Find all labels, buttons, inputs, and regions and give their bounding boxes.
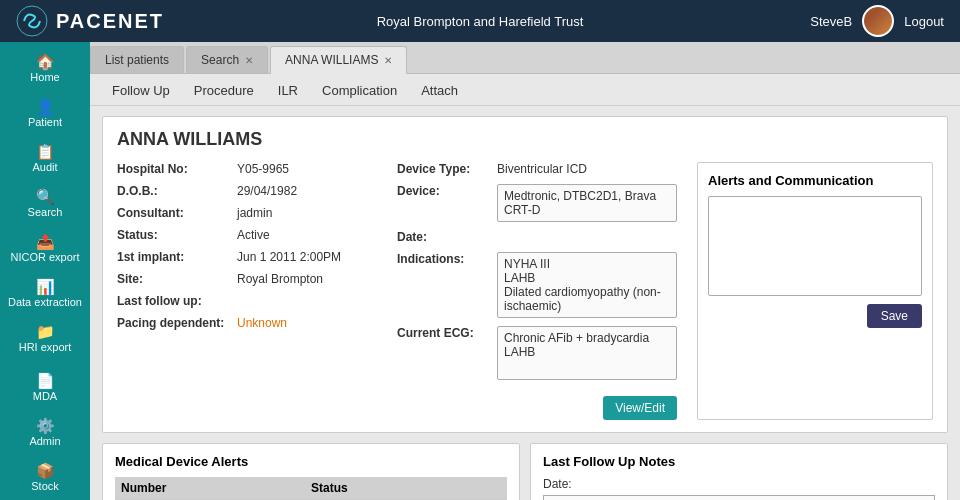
sidebar-label-admin: Admin (29, 435, 60, 447)
dob-row: D.O.B.: 29/04/1982 (117, 184, 377, 198)
alerts-content (708, 196, 922, 296)
site-label: Site: (117, 272, 237, 286)
ecg-field: Chronic AFib + bradycardiaLAHB (497, 326, 677, 380)
sub-nav-attach[interactable]: Attach (409, 78, 470, 105)
device-row: Device: Medtronic, DTBC2D1, Brava CRT-D (397, 184, 677, 222)
alerts-title: Alerts and Communication (708, 173, 922, 188)
tab-list-patients[interactable]: List patients (90, 46, 184, 73)
patient-name: ANNA WILLIAMS (117, 129, 933, 150)
patient-icon: 👤 (36, 99, 55, 114)
date-row: Date: (397, 230, 677, 244)
medical-device-alerts-panel: Medical Device Alerts Number Status (102, 443, 520, 500)
sidebar-label-mda: MDA (33, 390, 57, 402)
table-header: Number Status (115, 477, 507, 499)
info-grid: Hospital No: Y05-9965 D.O.B.: 29/04/1982… (117, 162, 933, 420)
device-label: Device: (397, 184, 497, 198)
ecg-label: Current ECG: (397, 326, 497, 340)
device-value: Medtronic, DTBC2D1, Brava CRT-D (497, 184, 677, 222)
sidebar-label-nicor: NICOR export (10, 251, 79, 263)
hospital-no-row: Hospital No: Y05-9965 (117, 162, 377, 176)
sidebar-item-hri[interactable]: 📁 HRI export (0, 316, 90, 361)
view-edit-button[interactable]: View/Edit (603, 396, 677, 420)
logo: PACENET (16, 5, 325, 37)
dob-value: 29/04/1982 (237, 184, 297, 198)
tab-anna-williams-close[interactable]: ✕ (384, 55, 392, 66)
sidebar-label-stock: Stock (31, 480, 59, 492)
status-row: Status: Active (117, 228, 377, 242)
page-content: ANNA WILLIAMS Hospital No: Y05-9965 D.O.… (90, 106, 960, 500)
tab-search[interactable]: Search ✕ (186, 46, 268, 73)
ecg-row: Current ECG: Chronic AFib + bradycardiaL… (397, 326, 677, 380)
indications-value: NYHA IIILAHBDilated cardiomyopathy (non-… (497, 252, 677, 318)
sidebar-item-home[interactable]: 🏠 Home (0, 46, 90, 91)
sidebar-item-audit[interactable]: 📋 Audit (0, 136, 90, 181)
sidebar-item-data[interactable]: 📊 Data extraction (0, 271, 90, 316)
sub-nav-ilr[interactable]: ILR (266, 78, 310, 105)
hospital-no-value: Y05-9965 (237, 162, 289, 176)
logout-button[interactable]: Logout (904, 14, 944, 29)
admin-icon: ⚙️ (36, 418, 55, 433)
username: SteveB (810, 14, 852, 29)
header: PACENET Royal Brompton and Harefield Tru… (0, 0, 960, 42)
status-value: Active (237, 228, 270, 242)
sub-nav: Follow Up Procedure ILR Complication Att… (90, 74, 960, 106)
hri-icon: 📁 (36, 324, 55, 339)
consultant-row: Consultant: jadmin (117, 206, 377, 220)
pacing-dependent-value: Unknown (237, 316, 287, 330)
pacing-dependent-label: Pacing dependent: (117, 316, 237, 330)
content-area: List patients Search ✕ ANNA WILLIAMS ✕ F… (90, 42, 960, 500)
indications-label: Indications: (397, 252, 497, 266)
sidebar-label-patient: Patient (28, 116, 62, 128)
sidebar-label-hri: HRI export (19, 341, 72, 353)
tabs-bar: List patients Search ✕ ANNA WILLIAMS ✕ (90, 42, 960, 74)
notes-area (543, 495, 935, 500)
medical-device-alerts-title: Medical Device Alerts (115, 454, 507, 469)
info-middle: Device Type: Biventricular ICD Device: M… (397, 162, 677, 420)
ecg-value: Chronic AFib + bradycardiaLAHB (497, 326, 677, 380)
sidebar-item-nicor[interactable]: 📤 NICOR export (0, 226, 90, 271)
tab-search-close[interactable]: ✕ (245, 55, 253, 66)
sidebar-item-mda[interactable]: 📄 MDA (0, 365, 90, 410)
consultant-label: Consultant: (117, 206, 237, 220)
header-right: SteveB Logout (635, 5, 944, 37)
audit-icon: 📋 (36, 144, 55, 159)
sidebar-item-admin[interactable]: ⚙️ Admin (0, 410, 90, 455)
first-implant-label: 1st implant: (117, 250, 237, 264)
sidebar-item-search[interactable]: 🔍 Search (0, 181, 90, 226)
sidebar-item-stock[interactable]: 📦 Stock (0, 455, 90, 500)
last-follow-up-row: Last follow up: (117, 294, 377, 308)
home-icon: 🏠 (36, 54, 55, 69)
nicor-icon: 📤 (36, 234, 55, 249)
pacing-dependent-row: Pacing dependent: Unknown (117, 316, 377, 330)
device-type-value: Biventricular ICD (497, 162, 587, 176)
mda-icon: 📄 (36, 373, 55, 388)
device-field: Medtronic, DTBC2D1, Brava CRT-D (497, 184, 677, 222)
sub-nav-procedure[interactable]: Procedure (182, 78, 266, 105)
date-label: Date: (397, 230, 497, 244)
search-icon: 🔍 (36, 189, 55, 204)
status-label: Status: (117, 228, 237, 242)
sidebar-label-audit: Audit (32, 161, 57, 173)
last-follow-up-panel: Last Follow Up Notes Date: (530, 443, 948, 500)
logo-text: PACENET (56, 10, 164, 33)
tab-anna-williams[interactable]: ANNA WILLIAMS ✕ (270, 46, 407, 74)
sidebar: 🏠 Home 👤 Patient 📋 Audit 🔍 Search 📤 NICO… (0, 42, 90, 500)
sidebar-label-home: Home (30, 71, 59, 83)
save-button[interactable]: Save (867, 304, 922, 328)
dob-label: D.O.B.: (117, 184, 237, 198)
sub-nav-complication[interactable]: Complication (310, 78, 409, 105)
col-status: Status (311, 481, 501, 495)
site-value: Royal Brompton (237, 272, 323, 286)
sidebar-label-data: Data extraction (8, 296, 82, 308)
device-type-label: Device Type: (397, 162, 497, 176)
header-trust: Royal Brompton and Harefield Trust (325, 14, 634, 29)
sidebar-label-search: Search (28, 206, 63, 218)
sub-nav-followup[interactable]: Follow Up (100, 78, 182, 105)
indications-row: Indications: NYHA IIILAHBDilated cardiom… (397, 252, 677, 318)
sidebar-item-patient[interactable]: 👤 Patient (0, 91, 90, 136)
alerts-panel: Alerts and Communication Save (697, 162, 933, 420)
last-follow-up-title: Last Follow Up Notes (543, 454, 935, 469)
first-implant-row: 1st implant: Jun 1 2011 2:00PM (117, 250, 377, 264)
device-type-row: Device Type: Biventricular ICD (397, 162, 677, 176)
site-row: Site: Royal Brompton (117, 272, 377, 286)
